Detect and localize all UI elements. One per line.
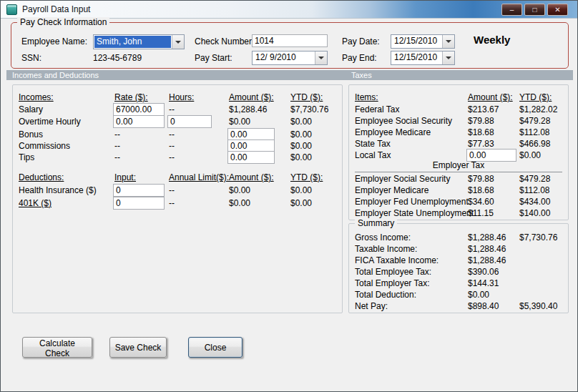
- summary-row-taxable-income: Taxable Income: $1,288.46: [355, 244, 565, 255]
- row-ytd: $112.08: [519, 185, 550, 196]
- row-label: FICA Taxable Income:: [355, 255, 439, 266]
- row-ytd: $140.00: [519, 208, 550, 219]
- income-row-overtime: Overtime Hourly $0.00 $0.00: [19, 117, 339, 127]
- section-header-band: Incomes and Deductions Taxes: [6, 70, 573, 80]
- window-controls: – □ ✕: [501, 4, 568, 16]
- maximize-button[interactable]: □: [524, 4, 545, 16]
- row-ytd: $0.00: [290, 117, 312, 127]
- tips-amount-input[interactable]: [227, 151, 275, 164]
- deduction-row-health-insurance: Health Insurance ($) -- $0.00 $0.00: [19, 185, 339, 196]
- taxes-panel: Items: Amount ($): YTD ($): Federal Tax …: [348, 84, 569, 220]
- health-insurance-input[interactable]: [113, 184, 165, 197]
- row-amount: $390.06: [468, 267, 499, 278]
- row-amount: $18.68: [468, 185, 494, 196]
- row-rate: --: [114, 129, 120, 140]
- summary-row-total-employee-tax: Total Employee Tax: $390.06: [355, 267, 565, 278]
- 401k-input[interactable]: [113, 197, 165, 210]
- amount-col-header: Amount ($):: [229, 172, 274, 183]
- window-title: Payroll Data Input: [22, 4, 90, 14]
- chevron-down-icon[interactable]: [172, 35, 184, 49]
- row-label: Total Deduction:: [355, 290, 416, 300]
- row-ytd: $479.28: [519, 174, 550, 185]
- row-ytd: $434.00: [519, 197, 550, 207]
- pay-date-picker[interactable]: 12/15/2010: [391, 34, 455, 49]
- row-label: Health Insurance ($): [19, 185, 97, 196]
- deductions-col-header: Deductions:: [19, 172, 64, 183]
- row-ytd: $5,390.40: [519, 301, 557, 312]
- salary-rate-input[interactable]: [113, 103, 165, 116]
- row-ytd: $0.00: [290, 152, 312, 163]
- tax-row-employee-medicare: Employee Medicare $18.68 $112.08: [355, 127, 565, 138]
- tax-row-employer-social-security: Employer Social Security $79.88 $479.28: [355, 174, 565, 185]
- row-ytd: $0.00: [290, 129, 312, 140]
- row-ytd: $0.00: [519, 150, 541, 161]
- summary-row-net-pay: Net Pay: $898.40 $5,390.40: [355, 301, 565, 312]
- row-label: Employee Social Security: [355, 116, 452, 127]
- overtime-hours-input[interactable]: [167, 115, 212, 128]
- close-button[interactable]: Close: [188, 337, 243, 358]
- row-rate: --: [114, 152, 120, 163]
- ytd-col-header: YTD ($):: [290, 92, 323, 103]
- deduction-row-401k: 401K ($) -- $0.00 $0.00: [19, 198, 339, 209]
- row-annual-limit: --: [169, 185, 175, 196]
- row-ytd: $479.28: [519, 116, 550, 127]
- tax-row-local: Local Tax $0.00: [355, 150, 565, 161]
- pay-start-value: 12/ 9/2010: [253, 52, 315, 64]
- row-rate: --: [114, 141, 120, 152]
- row-amount: $144.31: [468, 278, 499, 289]
- incomes-header-row: Incomes: Rate ($): Hours: Amount ($): YT…: [19, 92, 339, 103]
- row-annual-limit: --: [169, 198, 175, 209]
- row-amount: $1,288.46: [468, 255, 506, 266]
- row-label: Employee Medicare: [355, 127, 431, 138]
- row-amount: $0.00: [229, 185, 250, 196]
- ssn-value: 123-45-6789: [93, 53, 142, 63]
- row-label: 401K ($): [19, 198, 52, 209]
- summary-row-fica-taxable-income: FICA Taxable Income: $1,288.46: [355, 255, 565, 266]
- incomes-deductions-panel: Incomes: Rate ($): Hours: Amount ($): YT…: [12, 84, 343, 313]
- calculate-check-button[interactable]: Calculate Check: [22, 337, 92, 358]
- row-hours: --: [169, 129, 175, 140]
- employee-name-combobox[interactable]: Smith, John: [93, 34, 185, 49]
- ytd-col-header: YTD ($):: [519, 92, 552, 103]
- ssn-label: SSN:: [21, 53, 41, 63]
- chevron-down-icon[interactable]: [442, 35, 454, 48]
- hours-col-header: Hours:: [169, 92, 194, 103]
- row-label: Employer State Unemployment: [355, 208, 474, 219]
- check-number-input[interactable]: [252, 34, 328, 47]
- row-amount: $898.40: [468, 301, 499, 312]
- taxes-section-header: Taxes: [351, 70, 372, 80]
- overtime-rate-input[interactable]: [113, 115, 165, 128]
- save-check-button[interactable]: Save Check: [109, 337, 167, 358]
- income-row-salary: Salary -- $1,288.46 $7,730.76: [19, 104, 339, 115]
- row-hours: --: [169, 152, 175, 163]
- tax-row-state: State Tax $77.83 $466.98: [355, 139, 565, 150]
- row-label: Overtime Hourly: [19, 117, 81, 127]
- row-label: Employer Social Security: [355, 174, 450, 185]
- pay-start-picker[interactable]: 12/ 9/2010: [252, 51, 328, 65]
- income-row-bonus: Bonus -- -- $0.00: [19, 129, 339, 140]
- employee-name-label: Employee Name:: [21, 36, 87, 46]
- pay-end-picker[interactable]: 12/15/2010: [391, 51, 455, 65]
- row-amount: $0.00: [468, 290, 489, 300]
- row-label: State Tax: [355, 139, 391, 150]
- summary-group-label: Summary: [355, 218, 397, 228]
- incomes-col-header: Incomes:: [19, 92, 54, 103]
- app-icon: [6, 4, 17, 15]
- income-row-commissions: Commissions -- -- $0.00: [19, 141, 339, 152]
- items-col-header: Items:: [355, 92, 378, 103]
- ytd-col-header: YTD ($):: [290, 172, 323, 183]
- tax-row-employer-medicare: Employer Medicare $18.68 $112.08: [355, 185, 565, 196]
- titlebar: Payroll Data Input – □ ✕: [1, 1, 577, 19]
- chevron-down-icon[interactable]: [442, 52, 454, 64]
- row-amount: $0.00: [229, 117, 250, 127]
- chevron-down-icon[interactable]: [315, 52, 327, 64]
- row-amount: $77.83: [468, 139, 494, 150]
- row-amount: $1,288.46: [229, 104, 267, 115]
- row-label: Local Tax: [355, 150, 391, 161]
- summary-row-total-employer-tax: Total Employer Tax: $144.31: [355, 278, 565, 289]
- row-amount: $1,288.46: [468, 232, 506, 243]
- minimize-button[interactable]: –: [501, 4, 522, 16]
- close-window-button[interactable]: ✕: [547, 4, 568, 16]
- tax-row-employer-state-unemployment: Employer State Unemployment $11.15 $140.…: [355, 208, 565, 219]
- amount-col-header: Amount ($):: [468, 92, 513, 103]
